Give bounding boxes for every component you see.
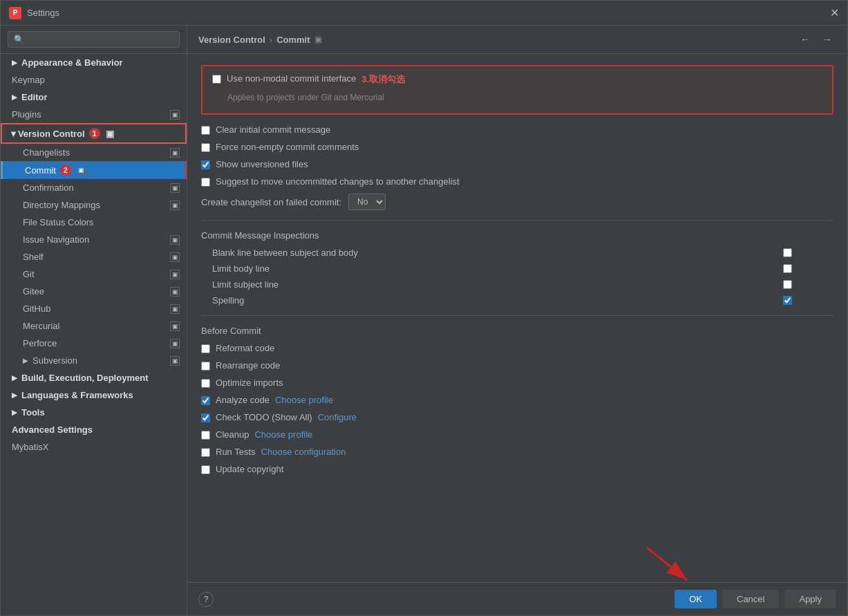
version-control-badge: 1: [89, 128, 100, 139]
sidebar-item-confirmation[interactable]: Confirmation ▣: [1, 179, 187, 196]
update-copyright-row: Update copyright: [201, 464, 833, 474]
sidebar-item-issue-navigation[interactable]: Issue Navigation ▣: [1, 231, 187, 248]
sidebar-item-mercurial[interactable]: Mercurial ▣: [1, 317, 187, 335]
non-modal-row: Use non-modal commit interface 3.取消勾选: [212, 73, 822, 86]
shelf-icon: ▣: [170, 252, 180, 262]
sidebar-item-gitee[interactable]: Gitee ▣: [1, 283, 187, 300]
sidebar-item-directory-mappings[interactable]: Directory Mappings ▣: [1, 196, 187, 214]
clear-initial-label: Clear initial commit message: [216, 124, 330, 135]
sidebar-item-version-control[interactable]: ▼ Version Control 1 ▣: [1, 123, 187, 144]
run-tests-link[interactable]: Choose configuration: [261, 447, 346, 457]
inspection-limit-body: Limit body line: [212, 263, 833, 274]
help-icon: ?: [204, 595, 209, 604]
footer: ? OK Cancel Apply: [187, 582, 847, 615]
issue-nav-icon: ▣: [170, 235, 180, 245]
apply-button[interactable]: Apply: [784, 590, 836, 608]
breadcrumb-nav: ← →: [796, 32, 836, 46]
optimize-imports-checkbox[interactable]: [201, 379, 210, 388]
check-todo-link[interactable]: Configure: [318, 412, 357, 422]
sidebar-item-tools[interactable]: ▶ Tools: [1, 404, 187, 421]
sidebar-item-label: Advanced Settings: [12, 424, 93, 435]
sidebar-item-github[interactable]: GitHub ▣: [1, 300, 187, 317]
footer-wrapper: ? OK Cancel Apply: [187, 582, 847, 615]
reformat-code-checkbox[interactable]: [201, 344, 210, 353]
inspection-limit-subject-checkbox[interactable]: [783, 280, 792, 289]
sidebar-item-plugins[interactable]: Plugins ▣: [1, 106, 187, 123]
sidebar-item-keymap[interactable]: Keymap: [1, 71, 187, 88]
suggest-move-row: Suggest to move uncommitted changes to a…: [201, 176, 833, 187]
sidebar-item-label: Shelf: [23, 252, 44, 262]
create-changelist-select[interactable]: No: [348, 194, 386, 210]
cleanup-checkbox[interactable]: [201, 431, 210, 440]
sidebar-item-appearance[interactable]: ▶ Appearance & Behavior: [1, 54, 187, 71]
sidebar-item-label: Issue Navigation: [23, 234, 89, 245]
sidebar-item-shelf[interactable]: Shelf ▣: [1, 248, 187, 265]
sidebar-item-mybatisx[interactable]: MybatisX: [1, 438, 187, 456]
ok-button[interactable]: OK: [675, 590, 717, 608]
non-modal-checkbox[interactable]: [212, 75, 221, 84]
sidebar-item-subversion[interactable]: ▶ Subversion ▣: [1, 352, 187, 369]
nav-forward-button[interactable]: →: [818, 32, 836, 46]
non-modal-section: Use non-modal commit interface 3.取消勾选 Ap…: [201, 65, 833, 115]
close-button[interactable]: ✕: [830, 6, 839, 19]
plugin-icon: ▣: [170, 110, 180, 120]
sidebar-item-label: Confirmation: [23, 183, 74, 193]
arrow-icon: ▶: [12, 409, 17, 416]
analyze-code-checkbox[interactable]: [201, 396, 210, 405]
settings-content: Use non-modal commit interface 3.取消勾选 Ap…: [187, 54, 847, 582]
show-unversioned-checkbox[interactable]: [201, 160, 210, 169]
sidebar-item-label: MybatisX: [12, 442, 48, 452]
nav-back-button[interactable]: ←: [796, 32, 814, 46]
help-button[interactable]: ?: [198, 592, 214, 607]
suggest-move-checkbox[interactable]: [201, 178, 210, 187]
sidebar-item-label: Changelists: [23, 147, 70, 158]
inspections-grid: Blank line between subject and body Limi…: [212, 248, 833, 306]
sidebar-item-label: Mercurial: [23, 321, 59, 331]
sidebar-item-build[interactable]: ▶ Build, Execution, Deployment: [1, 369, 187, 386]
inspection-limit-body-checkbox[interactable]: [783, 264, 792, 273]
breadcrumb-separator: ›: [270, 35, 272, 45]
search-input[interactable]: [8, 31, 180, 48]
sidebar-item-label: Gitee: [23, 286, 44, 297]
sidebar-item-label: Commit: [25, 165, 56, 176]
arrow-icon: ▶: [12, 59, 17, 66]
sidebar-item-label: GitHub: [23, 304, 50, 314]
sidebar-item-commit[interactable]: Commit 2 ▣: [1, 161, 187, 179]
sidebar-item-editor[interactable]: ▶ Editor: [1, 88, 187, 106]
sidebar-item-label: Perforce: [23, 338, 57, 348]
suggest-move-label: Suggest to move uncommitted changes to a…: [216, 176, 460, 187]
force-non-empty-label: Force non-empty commit comments: [216, 142, 359, 152]
clear-initial-row: Clear initial commit message: [201, 124, 833, 135]
right-panel: Version Control › Commit ▣ ← → Use non-m…: [187, 26, 847, 615]
cancel-button[interactable]: Cancel: [722, 590, 779, 608]
create-changelist-label: Create changelist on failed commit:: [201, 197, 341, 207]
sidebar-item-label: Editor: [21, 92, 48, 102]
divider1: [201, 220, 833, 221]
run-tests-checkbox[interactable]: [201, 448, 210, 457]
show-unversioned-row: Show unversioned files: [201, 159, 833, 169]
cleanup-label: Cleanup: [216, 429, 249, 440]
rearrange-code-checkbox[interactable]: [201, 362, 210, 371]
analyze-code-link[interactable]: Choose profile: [275, 395, 333, 405]
rearrange-code-row: Rearrange code: [201, 360, 833, 371]
create-changelist-row: Create changelist on failed commit: No: [201, 194, 833, 210]
inspection-blank-line-checkbox[interactable]: [783, 248, 792, 257]
update-copyright-checkbox[interactable]: [201, 465, 210, 474]
inspection-blank-line: Blank line between subject and body: [212, 248, 833, 258]
sidebar-item-perforce[interactable]: Perforce ▣: [1, 335, 187, 352]
sidebar-item-languages[interactable]: ▶ Languages & Frameworks: [1, 386, 187, 404]
github-icon: ▣: [170, 304, 180, 314]
confirmation-icon: ▣: [170, 183, 180, 193]
clear-initial-checkbox[interactable]: [201, 126, 210, 135]
inspection-label: Limit body line: [212, 263, 270, 274]
sidebar-item-git[interactable]: Git ▣: [1, 265, 187, 283]
check-todo-checkbox[interactable]: [201, 413, 210, 422]
sidebar-item-advanced-settings[interactable]: Advanced Settings: [1, 421, 187, 438]
inspection-spelling-checkbox[interactable]: [783, 296, 792, 305]
before-commit-section: Reformat code Rearrange code Optimize im…: [201, 343, 833, 474]
sidebar-item-file-status-colors[interactable]: File Status Colors: [1, 214, 187, 231]
cleanup-link[interactable]: Choose profile: [254, 429, 312, 440]
force-non-empty-checkbox[interactable]: [201, 143, 210, 152]
sidebar-item-changelists[interactable]: Changelists ▣: [1, 144, 187, 161]
reformat-code-label: Reformat code: [216, 343, 274, 353]
